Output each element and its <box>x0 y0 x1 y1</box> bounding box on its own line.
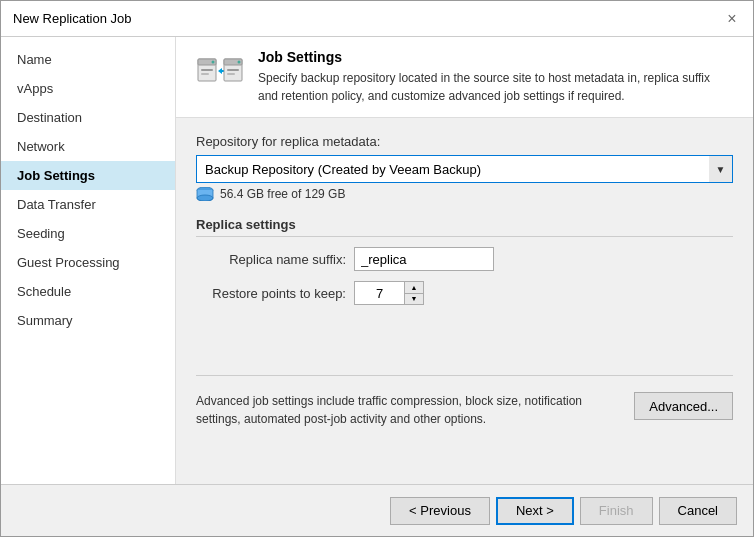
sidebar-item-seeding[interactable]: Seeding <box>1 219 175 248</box>
spinner-buttons: ▲ ▼ <box>404 281 424 305</box>
advanced-button[interactable]: Advanced... <box>634 392 733 420</box>
sidebar-item-name[interactable]: Name <box>1 45 175 74</box>
restore-row: Restore points to keep: ▲ ▼ <box>196 281 733 305</box>
suffix-input[interactable] <box>354 247 494 271</box>
cancel-button[interactable]: Cancel <box>659 497 737 525</box>
previous-button[interactable]: < Previous <box>390 497 490 525</box>
sidebar-item-destination[interactable]: Destination <box>1 103 175 132</box>
main-area: Job Settings Specify backup repository l… <box>176 37 753 484</box>
restore-input[interactable] <box>354 281 404 305</box>
sidebar-item-job-settings[interactable]: Job Settings <box>1 161 175 190</box>
header-icon <box>196 49 244 97</box>
replica-section-label: Replica settings <box>196 217 733 237</box>
sidebar-item-vapps[interactable]: vApps <box>1 74 175 103</box>
suffix-row: Replica name suffix: <box>196 247 733 271</box>
svg-point-12 <box>197 195 213 201</box>
finish-button[interactable]: Finish <box>580 497 653 525</box>
repo-dropdown[interactable]: Backup Repository (Created by Veeam Back… <box>196 155 709 183</box>
dialog-body: NamevAppsDestinationNetworkJob SettingsD… <box>1 37 753 484</box>
svg-rect-9 <box>227 69 239 71</box>
sidebar-item-data-transfer[interactable]: Data Transfer <box>1 190 175 219</box>
content-area: Repository for replica metadata: Backup … <box>176 118 753 484</box>
sidebar-item-summary[interactable]: Summary <box>1 306 175 335</box>
storage-icon <box>196 187 214 201</box>
storage-text: 56.4 GB free of 129 GB <box>220 187 345 201</box>
spinner-down[interactable]: ▼ <box>405 293 423 305</box>
storage-info: 56.4 GB free of 129 GB <box>196 187 733 201</box>
dialog-title: New Replication Job <box>13 11 132 26</box>
header-title: Job Settings <box>258 49 733 65</box>
restore-spinner: ▲ ▼ <box>354 281 424 305</box>
footer: < Previous Next > Finish Cancel <box>1 484 753 536</box>
svg-rect-4 <box>201 73 209 75</box>
advanced-section: Advanced job settings include traffic co… <box>196 375 733 428</box>
replication-icon <box>196 49 244 97</box>
sidebar-item-schedule[interactable]: Schedule <box>1 277 175 306</box>
sidebar-item-network[interactable]: Network <box>1 132 175 161</box>
svg-point-2 <box>212 61 215 64</box>
repo-dropdown-row: Backup Repository (Created by Veeam Back… <box>196 155 733 183</box>
title-bar: New Replication Job × <box>1 1 753 37</box>
restore-label: Restore points to keep: <box>196 286 346 301</box>
dropdown-arrow[interactable]: ▼ <box>709 155 733 183</box>
close-button[interactable]: × <box>723 10 741 28</box>
sidebar-item-guest-processing[interactable]: Guest Processing <box>1 248 175 277</box>
title-bar-left: New Replication Job <box>13 11 132 26</box>
advanced-text: Advanced job settings include traffic co… <box>196 392 622 428</box>
svg-rect-10 <box>227 73 235 75</box>
svg-point-8 <box>238 61 241 64</box>
header-desc: Specify backup repository located in the… <box>258 69 733 105</box>
repo-label: Repository for replica metadata: <box>196 134 733 149</box>
svg-rect-3 <box>201 69 213 71</box>
header-section: Job Settings Specify backup repository l… <box>176 37 753 118</box>
sidebar: NamevAppsDestinationNetworkJob SettingsD… <box>1 37 176 484</box>
new-replication-dialog: New Replication Job × NamevAppsDestinati… <box>0 0 754 537</box>
header-text: Job Settings Specify backup repository l… <box>258 49 733 105</box>
spinner-up[interactable]: ▲ <box>405 282 423 293</box>
next-button[interactable]: Next > <box>496 497 574 525</box>
suffix-label: Replica name suffix: <box>196 252 346 267</box>
